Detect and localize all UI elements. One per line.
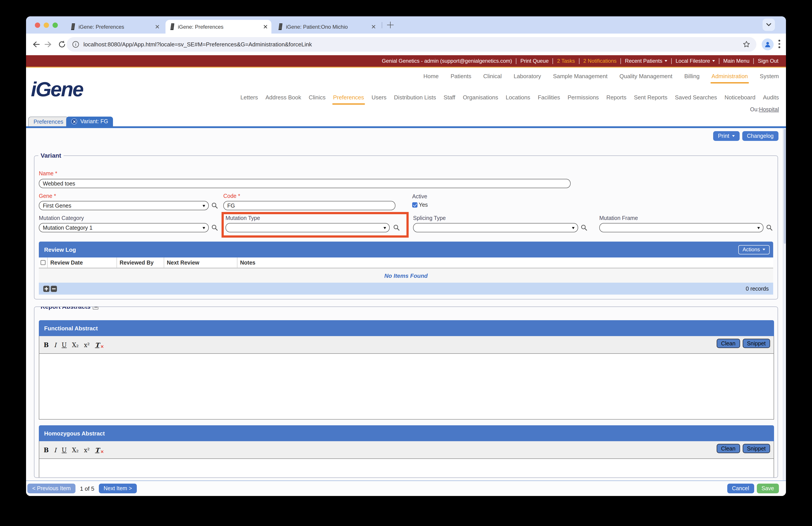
nav-permissions[interactable]: Permissions	[567, 94, 599, 101]
clean-button[interactable]: Clean	[717, 339, 740, 348]
gene-search-icon[interactable]	[212, 202, 218, 209]
url-bar[interactable]: localhost:8080/App/App.html?locale=sv_SE…	[67, 37, 756, 52]
nav-users[interactable]: Users	[372, 94, 387, 101]
nav-billing[interactable]: Billing	[684, 73, 699, 80]
save-button[interactable]: Save	[757, 484, 779, 493]
functional-abstract-editor[interactable]	[39, 354, 773, 419]
mutation-frame-select[interactable]	[599, 223, 764, 232]
select-all-checkbox[interactable]	[41, 260, 45, 265]
local-filestore-menu[interactable]: Local Filestore	[671, 58, 719, 64]
superscript-icon[interactable]: x²	[84, 446, 90, 453]
nav-letters[interactable]: Letters	[241, 94, 258, 101]
nav-locations[interactable]: Locations	[506, 94, 530, 101]
mutation-type-select[interactable]	[226, 223, 390, 232]
browser-profile-avatar[interactable]	[762, 39, 773, 51]
nav-distribution-lists[interactable]: Distribution Lists	[394, 94, 436, 101]
underline-icon[interactable]: U	[62, 341, 67, 348]
url-text[interactable]: localhost:8080/App/App.html?locale=sv_SE…	[83, 41, 743, 48]
close-window-button[interactable]	[35, 23, 40, 28]
italic-icon[interactable]: I	[54, 341, 57, 348]
close-tab-icon[interactable]	[155, 25, 159, 29]
homozygous-abstract-editor[interactable]	[39, 459, 773, 478]
nav-administration[interactable]: Administration	[712, 73, 748, 80]
tab-search-chevron-button[interactable]	[763, 18, 775, 31]
print-queue-link[interactable]: Print Queue	[516, 58, 553, 64]
browser-tab-1[interactable]: iGene: Preferences	[66, 20, 163, 33]
subscript-icon[interactable]: X₂	[72, 341, 78, 348]
active-checkbox[interactable]	[412, 202, 418, 208]
close-tab-icon[interactable]	[263, 25, 267, 29]
column-notes[interactable]: Notes	[237, 257, 773, 268]
remove-format-icon[interactable]: T	[95, 446, 99, 453]
window-controls[interactable]	[35, 23, 58, 28]
column-next-review[interactable]: Next Review	[164, 257, 237, 268]
nav-noticeboard[interactable]: Noticeboard	[725, 94, 755, 101]
browser-tab-2-active[interactable]: iGene: Preferences	[165, 20, 271, 33]
forward-icon[interactable]	[45, 40, 53, 48]
mutation-frame-search-icon[interactable]	[766, 224, 773, 231]
clean-button[interactable]: Clean	[717, 444, 740, 453]
underline-icon[interactable]: U	[62, 446, 67, 453]
nav-sample-management[interactable]: Sample Management	[553, 73, 607, 80]
nav-system[interactable]: System	[760, 73, 779, 80]
back-icon[interactable]	[31, 40, 40, 48]
review-log-actions-button[interactable]: Actions	[738, 245, 770, 254]
nav-staff[interactable]: Staff	[444, 94, 455, 101]
nav-clinics[interactable]: Clinics	[309, 94, 326, 101]
mutation-type-search-icon[interactable]	[393, 224, 400, 231]
close-module-tab-button[interactable]	[71, 118, 77, 125]
module-tab-preferences[interactable]: Preferences	[28, 117, 69, 126]
snippet-button[interactable]: Snippet	[742, 444, 770, 453]
add-row-button[interactable]	[43, 285, 49, 292]
gene-select[interactable]: First Genes	[39, 201, 209, 210]
page-scrollbar[interactable]	[783, 128, 786, 481]
ou-hospital-link[interactable]: Hospital	[759, 106, 779, 113]
module-tab-variant[interactable]: Variant: FG	[66, 117, 113, 126]
nav-saved-searches[interactable]: Saved Searches	[675, 94, 717, 101]
column-review-date[interactable]: Review Date	[48, 257, 117, 268]
splicing-type-select[interactable]	[413, 223, 578, 232]
bold-icon[interactable]: B	[44, 446, 49, 453]
close-tab-icon[interactable]	[372, 25, 376, 29]
sign-out-link[interactable]: Sign Out	[754, 58, 782, 64]
new-tab-button[interactable]	[387, 22, 394, 28]
print-button[interactable]: Print	[713, 131, 739, 141]
nav-preferences[interactable]: Preferences	[333, 94, 364, 101]
bold-icon[interactable]: B	[44, 341, 49, 348]
nav-patients[interactable]: Patients	[451, 73, 471, 80]
name-field[interactable]: Webbed toes	[39, 179, 570, 188]
bookmark-star-icon[interactable]	[743, 41, 750, 48]
nav-quality-management[interactable]: Quality Management	[619, 73, 672, 80]
browser-tab-3[interactable]: iGene: Patient:Ono Michio	[274, 20, 379, 33]
nav-home[interactable]: Home	[423, 73, 439, 80]
notifications-link[interactable]: 2 Notifications	[579, 58, 621, 64]
nav-reports[interactable]: Reports	[606, 94, 626, 101]
previous-item-button[interactable]: < Previous Item	[27, 484, 75, 493]
next-item-button[interactable]: Next Item >	[99, 484, 137, 493]
nav-address-book[interactable]: Address Book	[265, 94, 301, 101]
nav-laboratory[interactable]: Laboratory	[514, 73, 541, 80]
tasks-link[interactable]: 2 Tasks	[553, 58, 579, 64]
main-menu-link[interactable]: Main Menu	[719, 58, 754, 64]
italic-icon[interactable]: I	[54, 446, 57, 453]
recent-patients-menu[interactable]: Recent Patients	[621, 58, 671, 64]
nav-audits[interactable]: Audits	[763, 94, 779, 101]
minimize-window-button[interactable]	[44, 23, 49, 28]
nav-facilities[interactable]: Facilities	[538, 94, 560, 101]
splicing-type-search-icon[interactable]	[581, 224, 588, 231]
code-field[interactable]: FG	[223, 201, 395, 210]
zoom-window-button[interactable]	[53, 23, 58, 28]
site-info-icon[interactable]	[72, 41, 79, 48]
snippet-button[interactable]: Snippet	[742, 339, 770, 348]
superscript-icon[interactable]: x²	[84, 341, 90, 348]
column-reviewed-by[interactable]: Reviewed By	[117, 257, 164, 268]
remove-row-button[interactable]	[51, 285, 57, 292]
cancel-button[interactable]: Cancel	[727, 484, 754, 493]
scrollbar-thumb[interactable]	[784, 129, 786, 244]
nav-clinical[interactable]: Clinical	[483, 73, 502, 80]
browser-menu-icon[interactable]	[779, 40, 780, 50]
nav-sent-reports[interactable]: Sent Reports	[634, 94, 667, 101]
reload-icon[interactable]	[58, 40, 66, 48]
remove-format-icon[interactable]: T	[95, 341, 99, 348]
subscript-icon[interactable]: X₂	[72, 446, 78, 453]
